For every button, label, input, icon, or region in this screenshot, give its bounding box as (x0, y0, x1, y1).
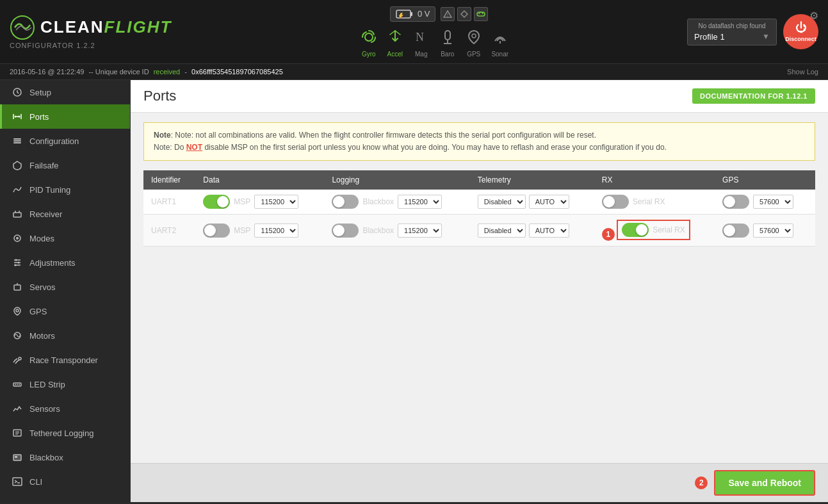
sensor-accel: Accel (384, 26, 407, 58)
led-strip-icon (12, 378, 23, 390)
uart1-gps-toggle[interactable] (722, 195, 749, 209)
mag-label: Mag (415, 51, 427, 58)
uart2-tel-baud[interactable]: AUTO (529, 224, 569, 238)
svg-point-26 (16, 309, 19, 312)
svg-point-30 (15, 384, 16, 386)
uart1-gps: 57600 (715, 190, 815, 215)
logo: CLEANFLIGHT (10, 15, 172, 40)
uart2-data-baud[interactable]: 115200 (254, 224, 298, 238)
uart2-gps-toggle[interactable] (722, 224, 749, 238)
documentation-button[interactable]: DOCUMENTATION FOR 1.12.1 (692, 88, 815, 104)
uart1-log-toggle[interactable] (332, 195, 359, 209)
sidebar-label-configuration: Configuration (29, 136, 79, 146)
svg-rect-38 (15, 456, 17, 458)
servos-icon (12, 281, 23, 293)
gps-header-icon (462, 26, 485, 49)
sidebar-item-setup[interactable]: Setup (0, 80, 130, 104)
sidebar-item-cli[interactable]: CLI (0, 469, 130, 494)
sensor-sonar: Sonar (489, 26, 512, 58)
logo-text: CLEANFLIGHT (40, 17, 172, 37)
sidebar-item-adjustments[interactable]: Adjustments (0, 250, 130, 275)
sidebar-item-gps[interactable]: GPS (0, 299, 130, 323)
motors-icon (12, 330, 23, 341)
configurator-version: CONFIGURATOR 1.2.2 (10, 42, 95, 49)
uart2-log-toggle-wrap: Blackbox 115200 (332, 224, 462, 238)
sidebar-label-servos: Servos (29, 282, 55, 292)
sidebar-item-ports[interactable]: Ports (0, 104, 130, 129)
col-identifier: Identifier (143, 170, 195, 190)
uart1-tel-wrap: Disabled AUTO (478, 195, 587, 209)
save-reboot-button[interactable]: Save and Reboot (714, 470, 815, 496)
svg-rect-24 (14, 285, 20, 290)
sidebar-item-tethered-logging[interactable]: Tethered Logging (0, 421, 130, 445)
uart1-gps-baud[interactable]: 57600 (753, 195, 793, 209)
sidebar-item-receiver[interactable]: Receiver (0, 202, 130, 226)
uart1-rx-toggle[interactable] (602, 195, 629, 209)
uart2-data-toggle[interactable] (203, 224, 230, 238)
failsafe-icon (12, 159, 23, 171)
uart2-rx: 1 Serial RX (594, 215, 715, 247)
uart2-rx-toggle[interactable] (622, 223, 649, 237)
uart1-tel-mode[interactable]: Disabled (478, 195, 526, 209)
page-title: Ports (143, 88, 176, 104)
sidebar-item-blackbox[interactable]: Blackbox (0, 445, 130, 469)
sidebar: Setup Ports Configuration Failsafe (0, 80, 131, 502)
baro-label: Baro (441, 51, 454, 58)
uart1-data-toggle[interactable] (203, 195, 230, 209)
sidebar-item-race-transponder[interactable]: Race Transponder (0, 348, 130, 372)
content-body: Note: Note: not all combinations are val… (131, 113, 828, 463)
sidebar-label-sensors: Sensors (29, 404, 60, 414)
main-layout: Setup Ports Configuration Failsafe (0, 80, 828, 502)
svg-point-10 (472, 34, 476, 38)
sonar-label: Sonar (491, 51, 508, 58)
uart1-rx-toggle-wrap: Serial RX (602, 195, 707, 209)
sidebar-item-failsafe[interactable]: Failsafe (0, 153, 130, 177)
svg-point-32 (19, 384, 20, 386)
svg-point-23 (15, 264, 17, 266)
warning-box: Note: Note: not all combinations are val… (143, 122, 815, 161)
usb-icon: ⏻ (795, 21, 807, 35)
content-area: Ports DOCUMENTATION FOR 1.12.1 Note: Not… (131, 80, 828, 502)
uart1-tel-baud[interactable]: AUTO (529, 195, 569, 209)
cli-icon (12, 476, 23, 487)
profile-select[interactable]: Profile 1 ▼ (694, 32, 770, 42)
sidebar-item-led-strip[interactable]: LED Strip (0, 372, 130, 396)
sidebar-label-led-strip: LED Strip (29, 380, 65, 389)
sidebar-item-configuration[interactable]: Configuration (0, 129, 130, 153)
show-log-button[interactable]: Show Log (787, 68, 818, 76)
sidebar-item-modes[interactable]: Modes (0, 226, 130, 250)
profile-value: Profile 1 (694, 32, 725, 42)
sidebar-item-servos[interactable]: Servos (0, 275, 130, 299)
svg-point-20 (16, 237, 19, 240)
svg-point-28 (19, 357, 21, 360)
uart2-telemetry: Disabled AUTO (470, 215, 594, 247)
sidebar-item-sensors[interactable]: Sensors (0, 396, 130, 421)
table-row-uart1: UART1 MSP 115200 (143, 190, 815, 215)
sidebar-item-motors[interactable]: Motors (0, 323, 130, 348)
uart2-log-toggle[interactable] (332, 224, 359, 238)
col-gps: GPS (715, 170, 815, 190)
svg-text:!: ! (447, 13, 448, 17)
svg-rect-17 (13, 142, 21, 143)
sidebar-item-pid-tuning[interactable]: PID Tuning (0, 177, 130, 202)
uart1-id: UART1 (143, 190, 195, 215)
uart1-log-toggle-wrap: Blackbox 115200 (332, 195, 462, 209)
content-header: Ports DOCUMENTATION FOR 1.12.1 (131, 80, 828, 113)
gyro-icon (357, 26, 380, 49)
uart2-tel-mode[interactable]: Disabled (478, 224, 526, 238)
sidebar-label-receiver: Receiver (29, 209, 62, 219)
uart1-data-baud[interactable]: 115200 (254, 195, 298, 209)
uart1-log-baud[interactable]: 115200 (398, 195, 442, 209)
battery-indicator: 0 V (390, 6, 436, 22)
uart2-gps-baud[interactable]: 57600 (753, 224, 793, 238)
uart1-data-label: MSP (234, 197, 250, 206)
svg-rect-16 (13, 140, 21, 142)
uart2-id: UART2 (143, 215, 195, 247)
transponder-icon (12, 354, 23, 366)
settings-gear-icon[interactable]: ⚙ (809, 10, 818, 22)
setup-icon (12, 86, 23, 98)
modes-icon (12, 232, 23, 244)
uart2-log-baud[interactable]: 115200 (398, 224, 442, 238)
profile-dropdown-area[interactable]: No dataflash chip found Profile 1 ▼ (687, 19, 777, 45)
sidebar-label-race-transponder: Race Transponder (29, 355, 98, 365)
